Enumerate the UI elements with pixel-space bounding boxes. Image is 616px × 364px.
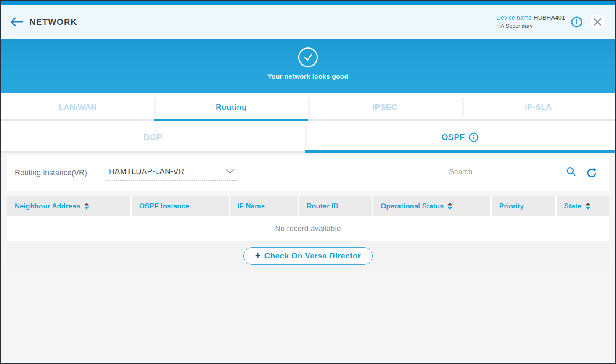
plus-icon: + bbox=[255, 251, 261, 261]
subtab-bgp[interactable]: BGP bbox=[1, 121, 305, 153]
column-header-ospf-instance[interactable]: OSPF Instance bbox=[130, 196, 228, 216]
column-header-operational-status[interactable]: Operational Status bbox=[372, 196, 490, 216]
routing-instance-label: Routing Instance(VR) bbox=[15, 169, 87, 177]
banner-message: Your network looks good bbox=[268, 73, 349, 80]
subtab-bgp-label: BGP bbox=[143, 132, 162, 142]
column-header-neighbour-address[interactable]: Neighbour Address bbox=[7, 196, 130, 216]
subtab-ospf[interactable]: OSPF bbox=[305, 121, 615, 153]
table-action-row: + Check On Versa Director bbox=[7, 241, 609, 271]
column-label: OSPF Instance bbox=[139, 202, 189, 210]
device-name-value: HUBHA401 bbox=[534, 14, 565, 21]
content-area: Routing Instance(VR) HAMTLDAP-LAN-VR N bbox=[1, 153, 615, 363]
chevron-down-icon bbox=[226, 169, 234, 174]
check-on-versa-director-button[interactable]: + Check On Versa Director bbox=[243, 247, 373, 265]
close-icon bbox=[593, 18, 602, 26]
column-label: Neighbour Address bbox=[15, 202, 80, 210]
ospf-neighbours-table: Neighbour Address OSPF Instance IF Name … bbox=[7, 196, 609, 271]
column-label: IF Name bbox=[238, 202, 265, 210]
tab-ip-sla[interactable]: IP-SLA bbox=[462, 93, 615, 121]
back-arrow-icon bbox=[9, 17, 24, 27]
page-title: NETWORK bbox=[29, 17, 77, 27]
search-input[interactable] bbox=[449, 168, 563, 177]
window-top-strip bbox=[1, 1, 615, 5]
tab-ip-sla-label: IP-SLA bbox=[525, 103, 552, 112]
device-info-icon[interactable] bbox=[571, 16, 582, 28]
column-label: State bbox=[564, 202, 582, 210]
column-header-if-name[interactable]: IF Name bbox=[229, 196, 298, 216]
search-icon[interactable] bbox=[566, 166, 576, 177]
refresh-button[interactable] bbox=[586, 168, 597, 179]
device-name-label: Device name bbox=[496, 14, 532, 21]
check-on-versa-director-label: Check On Versa Director bbox=[264, 251, 361, 261]
table-header-row: Neighbour Address OSPF Instance IF Name … bbox=[7, 196, 609, 216]
empty-state-message: No record available bbox=[275, 224, 341, 233]
main-tabs: LAN/WAN Routing IPSEC IP-SLA bbox=[1, 93, 615, 121]
column-header-router-id[interactable]: Router ID bbox=[298, 196, 372, 216]
empty-state-row: No record available bbox=[7, 216, 609, 241]
tab-routing[interactable]: Routing bbox=[154, 93, 308, 121]
tab-ipsec-label: IPSEC bbox=[373, 103, 397, 112]
tab-lan-wan-label: LAN/WAN bbox=[58, 103, 97, 112]
tab-routing-label: Routing bbox=[216, 103, 247, 112]
subtab-ospf-label: OSPF bbox=[442, 132, 465, 142]
search-box bbox=[449, 166, 576, 179]
column-header-priority[interactable]: Priority bbox=[490, 196, 555, 216]
refresh-icon bbox=[586, 168, 597, 179]
tab-ipsec[interactable]: IPSEC bbox=[308, 93, 462, 121]
check-circle-icon bbox=[298, 47, 318, 67]
tab-lan-wan[interactable]: LAN/WAN bbox=[1, 93, 154, 121]
header: NETWORK Device name HUBHA401 HA Secondar… bbox=[1, 5, 615, 39]
device-info: Device name HUBHA401 HA Secondary bbox=[496, 14, 565, 30]
column-label: Router ID bbox=[307, 202, 338, 210]
status-banner: Your network looks good bbox=[1, 39, 615, 93]
column-label: Operational Status bbox=[381, 202, 444, 210]
sort-icon bbox=[84, 203, 89, 210]
device-mode: HA Secondary bbox=[496, 22, 565, 30]
column-label: Priority bbox=[499, 202, 524, 210]
routing-instance-value: HAMTLDAP-LAN-VR bbox=[109, 167, 226, 176]
filter-panel: Routing Instance(VR) HAMTLDAP-LAN-VR bbox=[7, 155, 609, 191]
routing-subtabs: BGP OSPF bbox=[1, 121, 615, 153]
back-button[interactable] bbox=[9, 15, 26, 29]
column-header-state[interactable]: State bbox=[555, 196, 609, 216]
ospf-info-icon[interactable] bbox=[469, 132, 479, 142]
close-button[interactable] bbox=[589, 13, 606, 30]
routing-instance-dropdown[interactable]: HAMTLDAP-LAN-VR bbox=[106, 165, 237, 181]
sort-icon bbox=[585, 203, 590, 210]
sort-icon bbox=[447, 203, 452, 210]
